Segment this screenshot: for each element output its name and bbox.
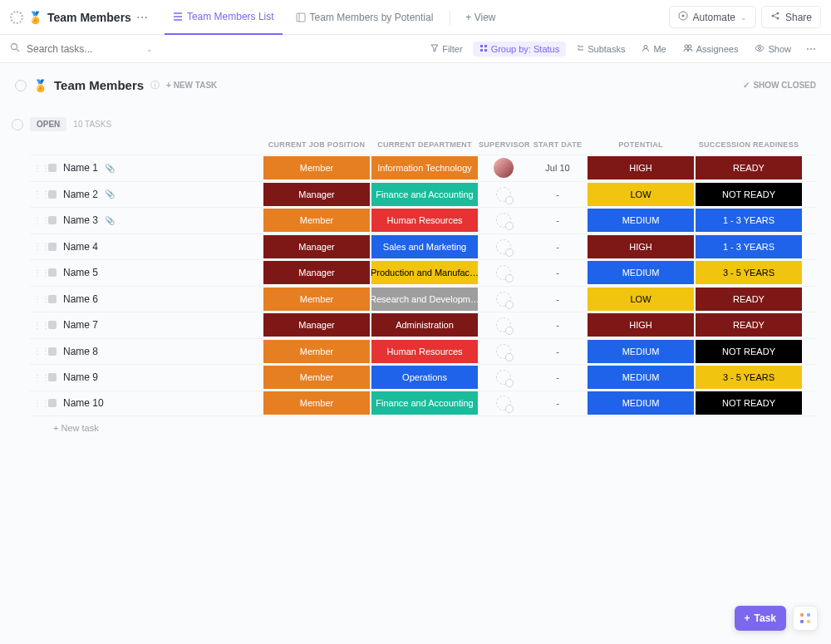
share-button[interactable]: Share	[761, 6, 821, 28]
status-square[interactable]	[48, 373, 57, 381]
drag-handle-icon[interactable]: ⋮⋮	[33, 189, 42, 199]
task-name[interactable]: Name 3	[63, 214, 98, 226]
show-closed-toggle[interactable]: ✓ SHOW CLOSED	[743, 81, 816, 90]
th-start-date[interactable]: START DATE	[529, 140, 587, 149]
search-expand-icon[interactable]: ⌄	[146, 45, 153, 53]
succession-badge[interactable]: READY	[696, 288, 802, 311]
position-badge[interactable]: Member	[263, 288, 370, 311]
me-button[interactable]: Me	[635, 42, 672, 57]
filter-button[interactable]: Filter	[424, 42, 469, 57]
position-badge[interactable]: Manager	[263, 261, 370, 284]
supervisor-cell[interactable]	[479, 312, 529, 338]
group-by-button[interactable]: Group by: Status	[473, 42, 567, 57]
assign-supervisor-icon[interactable]	[496, 239, 511, 254]
department-badge[interactable]: Production and Manufac…	[371, 261, 478, 284]
department-badge[interactable]: Human Resources	[371, 209, 478, 232]
status-square[interactable]	[48, 216, 57, 224]
supervisor-cell[interactable]	[479, 287, 529, 312]
assign-supervisor-icon[interactable]	[496, 265, 511, 280]
tab-team-members-by-potential[interactable]: Team Members by Potential	[288, 0, 442, 35]
start-date-cell[interactable]: -	[529, 365, 587, 391]
succession-badge[interactable]: 3 - 5 YEARS	[696, 261, 802, 284]
drag-handle-icon[interactable]: ⋮⋮	[33, 321, 42, 330]
position-badge[interactable]: Member	[263, 209, 370, 232]
drag-handle-icon[interactable]: ⋮⋮	[33, 347, 42, 356]
th-position[interactable]: CURRENT JOB POSITION	[263, 140, 371, 149]
drag-handle-icon[interactable]: ⋮⋮	[33, 268, 42, 278]
start-date-cell[interactable]: -	[529, 234, 587, 260]
potential-badge[interactable]: MEDIUM	[588, 209, 694, 232]
automate-button[interactable]: Automate ⌄	[669, 6, 756, 28]
supervisor-cell[interactable]	[479, 208, 529, 234]
potential-badge[interactable]: MEDIUM	[588, 391, 694, 415]
succession-badge[interactable]: 3 - 5 YEARS	[696, 366, 802, 389]
start-date-cell[interactable]: -	[529, 208, 587, 234]
supervisor-cell[interactable]	[479, 339, 529, 365]
position-badge[interactable]: Member	[263, 366, 370, 389]
status-square[interactable]	[48, 243, 57, 251]
department-badge[interactable]: Information Technology	[371, 156, 478, 179]
more-options-icon[interactable]: ⋯	[801, 43, 821, 55]
task-name[interactable]: Name 2	[63, 189, 98, 200]
department-badge[interactable]: Operations	[371, 366, 478, 389]
potential-badge[interactable]: LOW	[588, 183, 694, 206]
start-date-cell[interactable]: -	[529, 287, 587, 312]
th-potential[interactable]: POTENTIAL	[587, 140, 695, 149]
potential-badge[interactable]: HIGH	[588, 313, 694, 337]
start-date-cell[interactable]: -	[529, 391, 587, 416]
succession-badge[interactable]: 1 - 3 YEARS	[696, 209, 802, 232]
status-square[interactable]	[48, 295, 57, 303]
new-task-link[interactable]: + NEW TASK	[166, 81, 217, 90]
department-badge[interactable]: Sales and Marketing	[371, 235, 478, 258]
start-date-cell[interactable]: -	[529, 260, 587, 286]
assign-supervisor-icon[interactable]	[496, 292, 511, 307]
supervisor-cell[interactable]	[479, 182, 529, 208]
assign-supervisor-icon[interactable]	[496, 344, 511, 359]
potential-badge[interactable]: MEDIUM	[588, 261, 694, 284]
position-badge[interactable]: Manager	[263, 235, 370, 258]
assign-supervisor-icon[interactable]	[496, 213, 511, 228]
succession-badge[interactable]: NOT READY	[696, 340, 802, 363]
department-badge[interactable]: Research and Developm…	[371, 288, 478, 311]
attachment-icon[interactable]: 📎	[105, 216, 115, 225]
assign-supervisor-icon[interactable]	[496, 317, 511, 332]
status-square[interactable]	[48, 347, 57, 356]
task-name[interactable]: Name 7	[63, 319, 98, 331]
position-badge[interactable]: Manager	[263, 183, 370, 206]
task-name[interactable]: Name 1	[63, 162, 98, 174]
drag-handle-icon[interactable]: ⋮⋮	[33, 216, 42, 225]
assignees-button[interactable]: Assignees	[676, 42, 745, 57]
group-title[interactable]: Team Members	[54, 78, 144, 92]
info-icon[interactable]: ⓘ	[150, 79, 160, 91]
supervisor-cell[interactable]	[479, 260, 529, 286]
potential-badge[interactable]: MEDIUM	[588, 366, 694, 389]
status-square[interactable]	[48, 190, 57, 199]
potential-badge[interactable]: MEDIUM	[588, 340, 694, 363]
start-date-cell[interactable]: -	[529, 182, 587, 208]
succession-badge[interactable]: READY	[696, 313, 802, 337]
status-square[interactable]	[48, 268, 57, 277]
subtasks-button[interactable]: Subtasks	[569, 42, 632, 57]
apps-fab[interactable]	[793, 606, 818, 631]
department-badge[interactable]: Finance and Accounting	[371, 183, 478, 206]
list-title[interactable]: Team Members	[47, 11, 131, 24]
start-date-cell[interactable]: Jul 10	[529, 155, 587, 181]
task-name[interactable]: Name 4	[63, 241, 98, 253]
supervisor-cell[interactable]	[479, 155, 529, 181]
attachment-icon[interactable]: 📎	[105, 164, 115, 173]
search-input[interactable]	[27, 43, 143, 55]
new-task-row[interactable]: + New task	[30, 416, 816, 433]
position-badge[interactable]: Member	[263, 156, 370, 179]
supervisor-cell[interactable]	[479, 391, 529, 416]
status-square[interactable]	[48, 399, 57, 407]
attachment-icon[interactable]: 📎	[105, 189, 115, 199]
start-date-cell[interactable]: -	[529, 312, 587, 338]
status-pill[interactable]: OPEN	[30, 117, 66, 131]
status-square[interactable]	[48, 164, 57, 172]
show-button[interactable]: Show	[748, 42, 798, 57]
succession-badge[interactable]: NOT READY	[696, 183, 802, 206]
supervisor-cell[interactable]	[479, 365, 529, 391]
add-view-button[interactable]: + View	[459, 8, 502, 27]
drag-handle-icon[interactable]: ⋮⋮	[33, 294, 42, 303]
succession-badge[interactable]: NOT READY	[696, 391, 802, 415]
